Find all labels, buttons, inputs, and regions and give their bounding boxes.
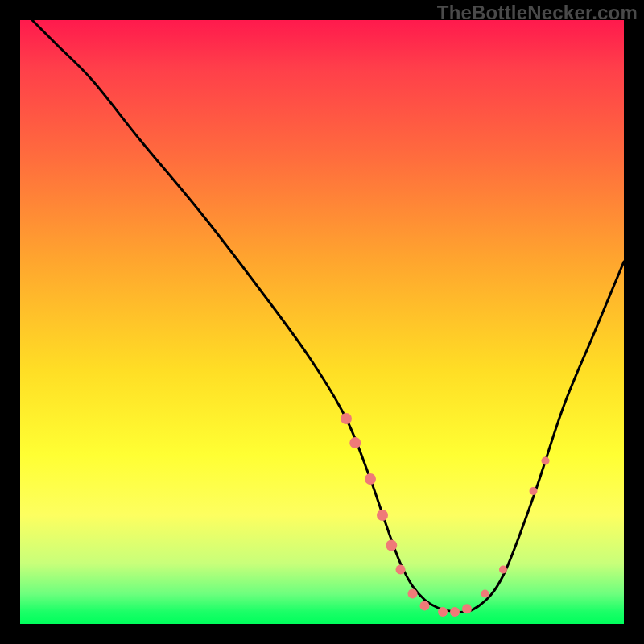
marker-dot: [420, 601, 430, 611]
curve-line: [32, 20, 624, 612]
marker-dot: [462, 604, 472, 613]
watermark-text: TheBottleNecker.com: [437, 2, 638, 24]
marker-dot: [542, 457, 550, 465]
marker-dot: [349, 437, 361, 448]
marker-dot: [408, 589, 418, 599]
marker-dot: [396, 565, 406, 575]
marker-dot: [530, 487, 538, 495]
chart-frame: [20, 20, 624, 624]
marker-points: [341, 413, 550, 617]
marker-dot: [438, 607, 448, 617]
marker-dot: [386, 540, 397, 551]
marker-dot: [377, 510, 388, 521]
marker-dot: [341, 413, 352, 424]
chart-svg: [20, 20, 624, 624]
marker-dot: [481, 590, 489, 598]
marker-dot: [365, 473, 376, 485]
marker-dot: [450, 607, 460, 617]
marker-dot: [499, 566, 507, 574]
